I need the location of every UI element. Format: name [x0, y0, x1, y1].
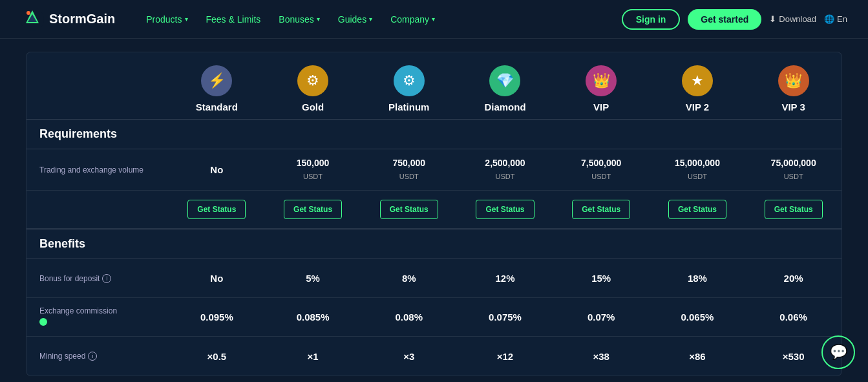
bonus-gold: 5%	[265, 265, 361, 292]
volume-standard: No	[169, 156, 265, 183]
get-status-vip2-button[interactable]: Get Status	[668, 200, 726, 219]
download-link[interactable]: ⬇ Download	[769, 14, 816, 24]
commission-vip3: 0.06%	[745, 304, 842, 330]
tier-header-row: ⚡ Standard ⚙ Gold ⚙ Platinum 💎 Diamond 👑…	[26, 52, 842, 119]
vip2-icon: ★	[682, 65, 713, 96]
get-status-vip-cell: Get Status	[553, 200, 650, 219]
circle-indicator	[39, 318, 47, 326]
tier-vip3-label: VIP 3	[781, 101, 805, 112]
nav-fees[interactable]: Fees & Limits	[206, 14, 261, 25]
commission-platinum: 0.08%	[361, 304, 457, 330]
get-status-diamond-cell: Get Status	[457, 200, 553, 219]
tier-diamond: 💎 Diamond	[457, 65, 553, 112]
nav-guides[interactable]: Guides ▾	[338, 14, 372, 25]
nav-products[interactable]: Products ▾	[146, 14, 187, 25]
bonus-platinum: 8%	[361, 265, 457, 292]
mining-speed-label: Mining speed i	[26, 344, 169, 368]
benefits-section-header: Benefits	[26, 229, 842, 259]
download-icon: ⬇	[769, 14, 776, 24]
mining-standard: ×0.5	[169, 343, 265, 370]
vip3-icon: 👑	[778, 65, 809, 96]
benefits-title: Benefits	[39, 237, 85, 250]
bonus-deposit-label: Bonus for deposit i	[26, 266, 169, 291]
standard-icon: ⚡	[201, 65, 232, 96]
diamond-icon: 💎	[489, 65, 520, 96]
nav-company[interactable]: Company ▾	[390, 14, 435, 25]
chat-icon: 💬	[830, 344, 847, 361]
commission-gold: 0.085%	[265, 304, 361, 330]
brand-logo-icon	[21, 8, 44, 31]
pdf-links: Read about the loyalty programme PDF ⬇ R…	[26, 376, 842, 382]
get-status-vip3-cell: Get Status	[745, 200, 842, 219]
bonus-vip: 15%	[553, 265, 650, 292]
chat-button[interactable]: 💬	[821, 335, 855, 369]
mining-vip2: ×86	[650, 343, 746, 370]
tier-platinum: ⚙ Platinum	[361, 65, 457, 112]
exchange-commission-row: Exchange commission 0.095% 0.085% 0.08% …	[26, 298, 842, 337]
signin-button[interactable]: Sign in	[622, 9, 681, 30]
tier-vip2-label: VIP 2	[686, 101, 709, 112]
commission-vip: 0.07%	[553, 304, 650, 330]
gold-icon: ⚙	[297, 65, 328, 96]
commission-vip2: 0.065%	[650, 304, 746, 330]
loyalty-table: ⚡ Standard ⚙ Gold ⚙ Platinum 💎 Diamond 👑…	[26, 52, 842, 376]
get-status-vip3-button[interactable]: Get Status	[765, 200, 823, 219]
tier-standard: ⚡ Standard	[169, 65, 265, 112]
bonus-vip2: 18%	[650, 265, 746, 292]
get-status-row: Get Status Get Status Get Status Get Sta…	[26, 191, 842, 229]
get-status-platinum-button[interactable]: Get Status	[380, 200, 438, 219]
bonus-standard: No	[169, 265, 265, 292]
tier-gold-label: Gold	[302, 101, 324, 112]
nav-links: Products ▾ Fees & Limits Bonuses ▾ Guide…	[146, 14, 621, 25]
tier-standard-label: Standard	[196, 101, 238, 112]
tier-diamond-label: Diamond	[484, 101, 525, 112]
lang-selector[interactable]: 🌐 En	[824, 14, 847, 24]
commission-diamond: 0.075%	[457, 304, 553, 330]
tier-gold: ⚙ Gold	[265, 65, 361, 112]
tier-vip-label: VIP	[593, 101, 609, 112]
chevron-down-icon: ▾	[432, 16, 435, 23]
trading-volume-label: Trading and exchange volume	[26, 158, 169, 182]
bonus-deposit-row: Bonus for deposit i No 5% 8% 12% 15% 18%…	[26, 259, 842, 298]
bonus-vip3: 20%	[745, 265, 842, 292]
info-icon: i	[102, 274, 111, 283]
vip-icon: 👑	[586, 65, 617, 96]
brand[interactable]: StormGain	[21, 8, 115, 31]
volume-vip3: 75,000,000USDT	[745, 149, 842, 190]
get-status-vip2-cell: Get Status	[650, 200, 746, 219]
mining-diamond: ×12	[457, 343, 553, 370]
get-status-diamond-button[interactable]: Get Status	[476, 200, 534, 219]
volume-gold: 150,000USDT	[265, 149, 361, 190]
nav-actions: Sign in Get started ⬇ Download 🌐 En	[622, 9, 847, 30]
mining-vip: ×38	[553, 343, 650, 370]
volume-diamond: 2,500,000USDT	[457, 149, 553, 190]
get-status-platinum-cell: Get Status	[361, 200, 457, 219]
requirements-section-header: Requirements	[26, 119, 842, 149]
info-icon-mining: i	[88, 352, 97, 361]
navbar: StormGain Products ▾ Fees & Limits Bonus…	[0, 0, 868, 39]
tier-vip3: 👑 VIP 3	[745, 65, 842, 112]
getstarted-button[interactable]: Get started	[688, 9, 761, 30]
commission-standard: 0.095%	[169, 304, 265, 330]
volume-platinum: 750,000USDT	[361, 149, 457, 190]
tier-vip2: ★ VIP 2	[650, 65, 746, 112]
get-status-gold-cell: Get Status	[265, 200, 361, 219]
trading-volume-row: Trading and exchange volume No 150,000US…	[26, 149, 842, 191]
brand-name: StormGain	[49, 12, 115, 27]
exchange-commission-label: Exchange commission	[26, 299, 169, 335]
mining-speed-row: Mining speed i ×0.5 ×1 ×3 ×12 ×38 ×86 ×5…	[26, 337, 842, 376]
chevron-down-icon: ▾	[369, 16, 372, 23]
get-status-gold-button[interactable]: Get Status	[284, 200, 342, 219]
tier-platinum-label: Platinum	[388, 101, 429, 112]
get-status-vip-button[interactable]: Get Status	[572, 200, 630, 219]
bonus-diamond: 12%	[457, 265, 553, 292]
chevron-down-icon: ▾	[185, 16, 188, 23]
tier-vip: 👑 VIP	[553, 65, 650, 112]
globe-icon: 🌐	[824, 14, 834, 24]
get-status-standard-cell: Get Status	[169, 200, 265, 219]
chevron-down-icon: ▾	[317, 16, 320, 23]
get-status-standard-button[interactable]: Get Status	[187, 200, 246, 219]
nav-bonuses[interactable]: Bonuses ▾	[279, 14, 319, 25]
platinum-icon: ⚙	[394, 65, 425, 96]
mining-platinum: ×3	[361, 343, 457, 370]
